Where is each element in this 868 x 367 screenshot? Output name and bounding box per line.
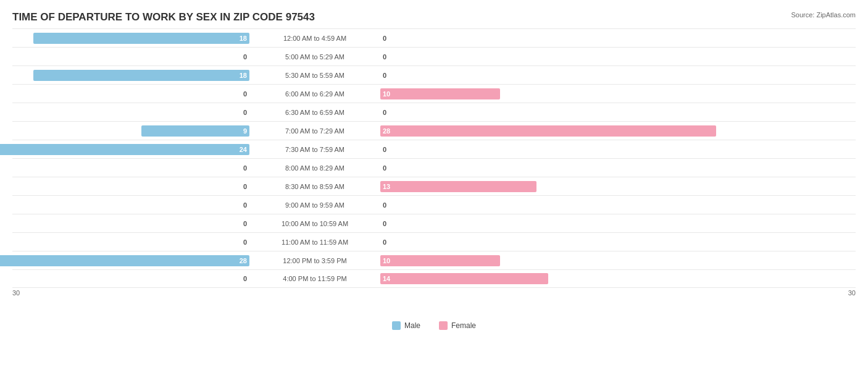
chart-row: 06:00 AM to 6:29 AM10 [12,84,856,103]
male-zero-value: 0 [243,183,247,190]
male-zero-value: 0 [243,238,247,246]
time-label: 8:30 AM to 8:59 AM [253,183,377,190]
female-zero-value: 0 [383,35,386,42]
left-section: 28 [12,255,253,266]
left-section: 0 [12,275,253,282]
time-label: 11:00 AM to 11:59 AM [253,238,377,246]
time-label: 5:30 AM to 5:59 AM [253,72,377,79]
male-bar-container: 0 [12,238,249,246]
time-label: 8:00 AM to 8:29 AM [253,164,377,172]
male-value: 24 [240,146,249,153]
chart-row: 08:30 AM to 8:59 AM13 [12,177,856,195]
right-section: 0 [377,53,856,61]
right-section: 0 [377,238,856,246]
chart-row: 1812:00 AM to 4:59 AM0 [12,28,856,47]
chart-area: 1812:00 AM to 4:59 AM005:00 AM to 5:29 A… [12,28,856,316]
male-bar-container: 0 [12,53,249,61]
right-section: 14 [377,273,856,284]
time-label: 12:00 PM to 3:59 PM [253,257,377,264]
female-zero-value: 0 [383,109,386,116]
male-bar-container: 18 [12,33,249,44]
male-bar: 24 [0,144,249,155]
male-zero-value: 0 [243,164,247,172]
right-section: 0 [377,201,856,209]
male-bar-container: 0 [12,220,249,227]
rows-wrapper: 1812:00 AM to 4:59 AM005:00 AM to 5:29 A… [12,28,856,288]
female-zero-value: 0 [383,146,386,153]
left-section: 0 [12,220,253,227]
male-bar-container: 24 [0,144,249,155]
female-bar: 28 [380,125,716,137]
chart-row: 09:00 AM to 9:59 AM0 [12,195,856,214]
legend-female: Female [439,321,476,330]
right-section: 0 [377,109,856,116]
axis-right-label: 30 [848,289,856,297]
male-zero-value: 0 [243,201,247,209]
female-value: 10 [380,90,390,98]
male-value: 18 [240,72,249,79]
male-zero-value: 0 [243,109,247,116]
chart-container: TIME OF DEPARTURE TO WORK BY SEX IN ZIP … [0,0,868,367]
female-value: 10 [380,257,390,264]
female-value: 13 [380,183,390,190]
male-bar: 28 [0,255,249,266]
female-bar: 10 [380,255,500,266]
left-section: 9 [12,125,253,137]
left-section: 0 [12,164,253,172]
right-section: 0 [377,164,856,172]
axis-left-label: 30 [12,289,20,297]
female-bar: 13 [380,181,536,192]
axis-labels: 30 30 [12,289,856,297]
time-label: 9:00 AM to 9:59 AM [253,201,377,209]
left-section: 18 [12,70,253,81]
source-label: Source: ZipAtlas.com [791,11,856,19]
left-section: 18 [12,33,253,44]
male-zero-value: 0 [243,275,247,282]
chart-title: TIME OF DEPARTURE TO WORK BY SEX IN ZIP … [12,11,856,23]
legend-male: Male [392,321,420,330]
female-zero-value: 0 [383,164,386,172]
male-zero-value: 0 [243,220,247,227]
male-bar-container: 0 [12,201,249,209]
male-bar: 18 [33,33,249,44]
female-value: 14 [380,275,390,282]
right-section: 13 [377,181,856,192]
male-bar: 9 [141,125,249,137]
male-bar-container: 0 [12,90,249,98]
male-bar: 18 [33,70,249,81]
female-value: 28 [380,127,390,135]
left-section: 0 [12,183,253,190]
male-zero-value: 0 [243,53,247,61]
chart-row: 011:00 AM to 11:59 AM0 [12,232,856,251]
male-value: 18 [240,35,249,42]
female-zero-value: 0 [383,53,386,61]
female-zero-value: 0 [383,238,386,246]
female-zero-value: 0 [383,220,386,227]
legend-male-box [392,321,401,330]
male-bar-container: 0 [12,183,249,190]
left-section: 0 [12,201,253,209]
male-bar-container: 0 [12,275,249,282]
left-section: 24 [12,144,253,155]
time-label: 12:00 AM to 4:59 AM [253,35,377,42]
male-bar-container: 0 [12,164,249,172]
right-section: 0 [377,220,856,227]
female-bar: 10 [380,88,500,99]
male-bar-container: 0 [12,109,249,116]
male-bar-container: 28 [0,255,249,266]
legend-male-label: Male [404,321,420,330]
right-section: 28 [377,125,856,137]
time-label: 6:00 AM to 6:29 AM [253,90,377,98]
left-section: 0 [12,238,253,246]
male-bar-container: 9 [12,125,249,137]
left-section: 0 [12,53,253,61]
chart-row: 06:30 AM to 6:59 AM0 [12,103,856,121]
legend-female-label: Female [451,321,476,330]
right-section: 0 [377,72,856,79]
chart-row: 247:30 AM to 7:59 AM0 [12,140,856,158]
chart-row: 185:30 AM to 5:59 AM0 [12,65,856,84]
time-label: 5:00 AM to 5:29 AM [253,53,377,61]
time-label: 6:30 AM to 6:59 AM [253,109,377,116]
chart-row: 05:00 AM to 5:29 AM0 [12,47,856,65]
right-section: 0 [377,146,856,153]
